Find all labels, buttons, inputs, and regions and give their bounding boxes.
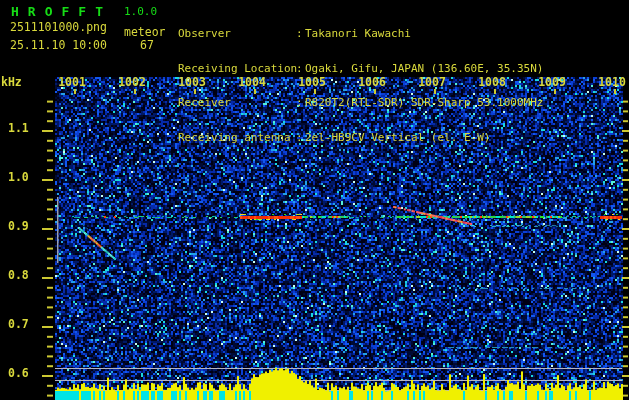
time-label: 1004 <box>232 77 272 89</box>
mode-label: meteor <box>124 27 166 39</box>
info-separator: : <box>296 132 305 144</box>
freq-label: 0.9 <box>8 221 38 233</box>
info-value: Takanori Kawachi <box>305 27 411 40</box>
time-label: 1009 <box>532 77 572 89</box>
time-label: 1003 <box>172 77 212 89</box>
info-separator: : <box>296 97 305 109</box>
file-name: 2511101000.png <box>10 22 107 34</box>
info-row-antenna: Receiving antenna:2el-HB9CV Vertical (el… <box>178 132 543 144</box>
info-value: 2el-HB9CV Vertical (el. E-W) <box>305 131 490 144</box>
freq-unit-label: kHz <box>1 77 22 89</box>
freq-label: 0.7 <box>8 319 38 331</box>
time-label: 1005 <box>292 77 332 89</box>
info-separator: : <box>296 63 305 75</box>
echo-count: 67 <box>140 40 154 52</box>
time-label: 1001 <box>52 77 92 89</box>
info-separator: : <box>296 28 305 40</box>
time-label: 1007 <box>412 77 452 89</box>
datetime: 25.11.10 10:00 <box>10 40 107 52</box>
time-label: 1002 <box>112 77 152 89</box>
info-label: Receiving antenna <box>178 132 296 144</box>
info-row-observer: Observer:Takanori Kawachi <box>178 28 543 40</box>
app-version: 1.0.0 <box>124 6 157 17</box>
time-label: 1006 <box>352 77 392 89</box>
freq-label: 0.8 <box>8 270 38 282</box>
info-label: Observer <box>178 28 296 40</box>
time-label: 1010 <box>592 77 629 89</box>
freq-label: 0.6 <box>8 368 38 380</box>
app-title: HROFFT <box>11 5 112 18</box>
freq-label: 1.0 <box>8 172 38 184</box>
hrofft-output-image: HROFFT 1.0.0 2511101000.png meteor 25.11… <box>0 0 629 400</box>
info-value: R820T2(RTL-SDR) SDR-Sharp 53.1000MHz <box>305 96 543 109</box>
info-row-location: Receiving Location:Ogaki, Gifu, JAPAN (1… <box>178 63 543 75</box>
info-value: Ogaki, Gifu, JAPAN (136.60E, 35.35N) <box>305 62 543 75</box>
info-row-receiver: Receiver:R820T2(RTL-SDR) SDR-Sharp 53.10… <box>178 97 543 109</box>
info-label: Receiving Location <box>178 63 296 75</box>
freq-label: 1.1 <box>8 123 38 135</box>
info-label: Receiver <box>178 97 296 109</box>
time-label: 1008 <box>472 77 512 89</box>
